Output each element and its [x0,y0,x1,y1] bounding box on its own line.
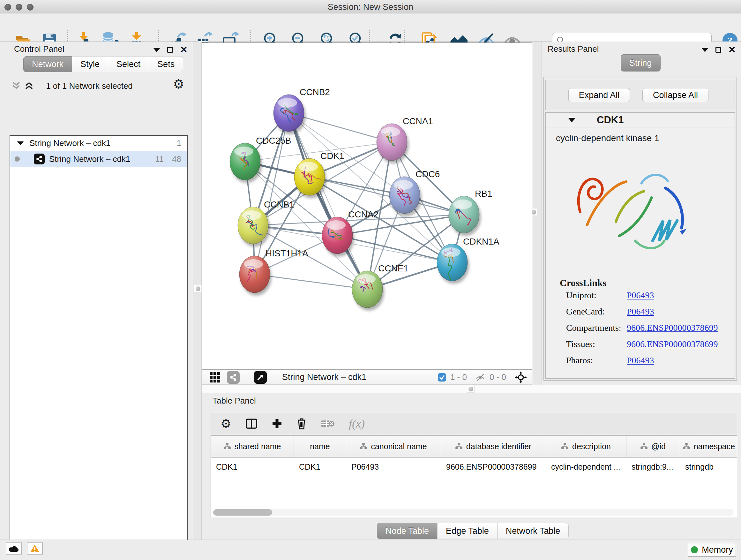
selected-checkbox-icon[interactable] [437,373,447,382]
network-node-CCNE1[interactable]: CCNE1 [352,263,408,311]
tab-network[interactable]: Network [23,56,72,72]
tab-style[interactable]: Style [72,56,108,72]
delete-column-icon[interactable] [296,418,307,430]
network-node-CCNA1[interactable]: CCNA1 [377,116,433,164]
table-cell: 9606.ENSP00000378699 [441,457,546,476]
protein-card-header[interactable]: CDK1 [546,113,735,127]
table-header-row: shared namenamecanonical namedatabase id… [211,436,737,457]
main-toolbar: ? [0,13,741,42]
float-panel-icon[interactable] [716,47,721,53]
close-panel-icon[interactable]: ✕ [728,45,736,54]
grid-view-icon[interactable] [209,371,221,383]
node-label: CCNB1 [264,199,294,209]
network-row-selected[interactable]: String Network – cdk1 11 48 [10,151,187,167]
network-graph: CCNB2CCNA1CDC25BCDK1CDC6RB1CCNB1CCNA2CDK… [202,43,532,369]
memory-status-dot [691,546,698,553]
collapse-all-button[interactable]: Collapse All [643,88,709,102]
network-node-CDC25B[interactable]: CDC25B [230,136,291,183]
warnings-button[interactable] [27,543,43,555]
collapse-all-icon[interactable] [11,80,22,91]
tab-node-table[interactable]: Node Table [377,523,437,539]
hidden-counts: 0 - 0 [489,372,506,382]
show-columns-icon[interactable] [246,418,258,429]
memory-button[interactable]: Memory [688,543,736,557]
crosslink-label: GeneCard: [566,307,627,317]
collection-count: 1 [177,138,181,148]
selected-counts: 1 - 0 [450,372,467,382]
column-header-namespace[interactable]: namespace [680,436,737,457]
network-label: String Network – cdk1 [49,154,130,164]
crosslink-link[interactable]: P06493 [627,355,654,366]
close-panel-icon[interactable]: ✕ [180,45,187,54]
table-cell: stringdb:9... [626,457,680,476]
crosslink-link[interactable]: P06493 [627,290,654,300]
node-table: shared namenamecanonical namedatabase id… [211,435,737,517]
network-node-CCNB2[interactable]: CCNB2 [273,87,330,134]
network-options-gear-icon[interactable]: ⚙ [173,78,185,90]
tab-edge-table[interactable]: Edge Table [437,523,497,539]
table-h-scrollbar[interactable] [213,509,733,516]
network-canvas[interactable]: CCNB2CCNA1CDC25BCDK1CDC6RB1CCNB1CCNA2CDK… [202,43,532,370]
table-type-tabs: Node TableEdge TableNetwork Table [377,523,569,539]
birds-eye-view-icon[interactable] [254,371,267,384]
protein-structure-image [565,143,702,271]
create-column-icon[interactable] [272,418,282,429]
protein-description: cyclin-dependent kinase 1 [556,133,735,143]
network-view-icon[interactable] [227,371,240,384]
node-label: CDKN1A [463,237,499,246]
table-splitter-knob[interactable] [467,385,475,393]
fit-content-crosshair-icon[interactable] [514,371,528,384]
column-header--id[interactable]: @id [626,436,680,457]
expand-all-button[interactable]: Expand All [568,88,630,102]
panel-menu-icon[interactable] [701,48,709,52]
float-panel-icon[interactable] [167,47,173,53]
network-type-icon [34,153,45,165]
scrollbar-thumb[interactable] [213,509,272,516]
collapse-card-icon[interactable] [568,118,576,122]
table-options-gear-icon[interactable]: ⚙ [220,418,231,430]
network-collection-row[interactable]: String Network – cdk1 1 [10,136,187,151]
network-node-CCNB1[interactable]: CCNB1 [238,199,294,247]
title-bar: Session: New Session [0,0,741,13]
node-label: CDK1 [320,151,344,161]
crosslink-link[interactable]: 9606.ENSP00000378699 [627,339,718,349]
tab-sets[interactable]: Sets [149,56,183,72]
node-label: CCNA2 [348,209,379,219]
node-label: CDC6 [415,169,440,179]
tab-select[interactable]: Select [108,56,149,72]
expand-all-icon[interactable] [23,80,35,91]
column-header-shared-name[interactable]: shared name [211,436,294,457]
crosslink-row: Pharos:P06493 [566,355,729,372]
results-panel-title: Results Panel [548,44,599,54]
crosslink-link[interactable]: 9606.ENSP00000378699 [627,323,718,333]
network-tree: String Network – cdk1 1 String Network –… [10,135,188,560]
window-title: Session: New Session [0,2,741,12]
tab-network-table[interactable]: Network Table [497,523,569,539]
results-tab-string[interactable]: String [621,54,661,71]
crosslink-label: Tissues: [566,339,627,349]
network-node-CDC6[interactable]: CDC6 [389,169,440,216]
column-header-description[interactable]: description [546,436,626,457]
left-splitter-knob[interactable] [194,285,202,293]
cloud-status-button[interactable] [6,543,22,555]
delete-table-icon[interactable] [321,419,335,429]
function-builder-icon[interactable]: f(x) [349,417,365,430]
crosslink-row: GeneCard:P06493 [566,307,729,323]
crosslink-row: Uniprot:P06493 [566,290,729,307]
network-node-RB1[interactable]: RB1 [449,189,492,236]
network-node-HIST1H1A[interactable]: HIST1H1A [239,248,308,296]
network-edge [337,235,452,262]
status-bar: Memory [0,540,741,560]
edge-count: 48 [172,154,181,164]
network-node-CDKN1A[interactable]: CDKN1A [437,237,499,284]
column-header-canonical-name[interactable]: canonical name [346,436,441,457]
protein-result-card: CDK1 cyclin-dependent kinase 1 CrossLink… [545,112,735,379]
column-header-name[interactable]: name [294,436,346,457]
table-row[interactable]: CDK1CDK1P064939606.ENSP00000378699cyclin… [211,457,737,476]
collection-expand-icon[interactable] [17,141,23,145]
application-window: Session: New Session [0,0,741,560]
crosslink-link[interactable]: P06493 [627,307,654,317]
column-header-database-identifier[interactable]: database identifier [441,436,546,457]
panel-menu-icon[interactable] [153,48,160,52]
crosslinks-list: Uniprot:P06493GeneCard:P06493Compartment… [566,290,729,372]
